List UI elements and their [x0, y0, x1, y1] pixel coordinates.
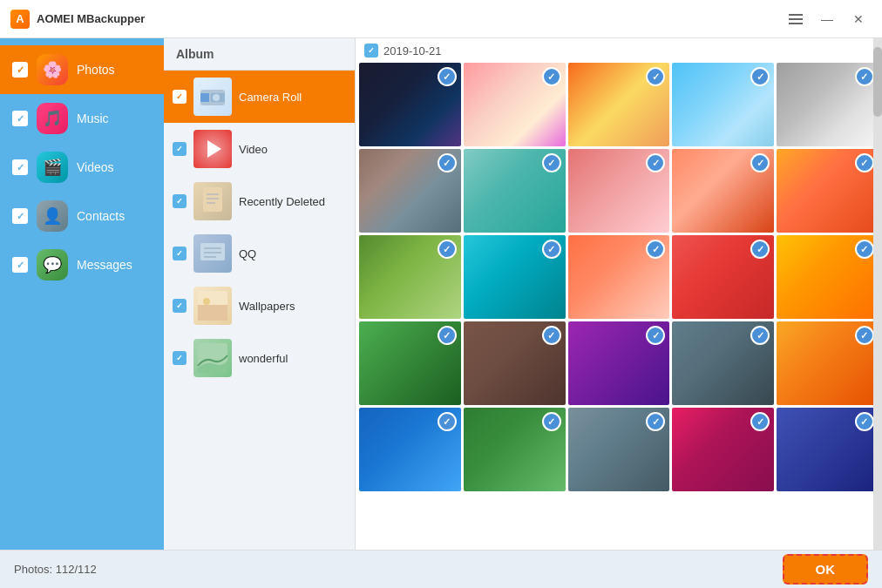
- photo-row: [359, 408, 879, 491]
- photo-check-badge: [646, 412, 665, 431]
- photo-cell[interactable]: [568, 408, 670, 491]
- photo-check-badge: [750, 412, 770, 431]
- recently-deleted-checkbox[interactable]: [173, 194, 187, 208]
- photo-check-badge: [855, 240, 874, 259]
- photo-cell[interactable]: [777, 63, 879, 146]
- photo-cell[interactable]: [359, 321, 461, 405]
- photo-check-badge: [646, 153, 665, 172]
- photo-check-badge: [542, 240, 561, 259]
- wallpapers-checkbox[interactable]: [173, 299, 187, 313]
- photo-cell[interactable]: [464, 149, 566, 233]
- qq-checkbox[interactable]: [173, 247, 187, 260]
- sidebar-item-photos[interactable]: 🌸 Photos: [0, 45, 164, 94]
- photo-row: [359, 321, 879, 405]
- sidebar-item-videos[interactable]: 🎬 Videos: [0, 143, 164, 192]
- minimize-button[interactable]: —: [814, 6, 840, 32]
- date-header: 2019-10-21: [356, 38, 882, 63]
- photo-row: [359, 235, 879, 319]
- photo-cell[interactable]: [672, 321, 774, 405]
- sidebar-item-messages[interactable]: 💬 Messages: [0, 240, 164, 289]
- app-title: AOMEI MBackupper: [37, 12, 145, 25]
- photo-check-badge: [542, 153, 561, 172]
- ok-button[interactable]: OK: [783, 554, 869, 585]
- photo-cell[interactable]: [672, 408, 774, 491]
- sidebar: 🌸 Photos 🎵 Music 🎬 Videos 👤 Conta: [0, 38, 164, 550]
- status-text: Photos: 112/112: [14, 563, 97, 576]
- photo-check-badge: [855, 153, 874, 172]
- videos-checkbox[interactable]: [12, 159, 28, 175]
- album-list: Camera Roll Video: [164, 71, 355, 550]
- album-item-qq[interactable]: QQ: [164, 227, 355, 280]
- photo-cell[interactable]: [464, 63, 566, 146]
- album-name-video: Video: [239, 143, 268, 156]
- music-checkbox[interactable]: [12, 111, 28, 126]
- photo-cell[interactable]: [672, 63, 774, 146]
- scrollbar-track[interactable]: [873, 38, 882, 550]
- album-panel: Album Camera Roll: [164, 38, 356, 550]
- contacts-checkbox[interactable]: [12, 208, 28, 224]
- contacts-icon: 👤: [43, 206, 62, 226]
- bottom-bar: Photos: 112/112 OK: [0, 550, 882, 588]
- photo-check-badge: [855, 412, 874, 431]
- title-bar: A AOMEI MBackupper — ✕: [0, 0, 882, 38]
- close-button[interactable]: ✕: [845, 6, 872, 32]
- photo-check-badge: [542, 326, 561, 345]
- photo-cell[interactable]: [359, 149, 461, 233]
- date-label: 2019-10-21: [383, 44, 442, 57]
- photo-check-badge: [438, 326, 457, 345]
- sidebar-item-music[interactable]: 🎵 Music: [0, 94, 164, 143]
- photo-cell[interactable]: [359, 235, 461, 319]
- music-icon: 🎵: [43, 109, 62, 128]
- wallpapers-thumb: [193, 287, 232, 325]
- photo-cell[interactable]: [359, 63, 461, 146]
- svg-rect-8: [203, 187, 222, 212]
- video-checkbox[interactable]: [173, 142, 187, 156]
- photo-cell[interactable]: [777, 408, 879, 491]
- photo-cell[interactable]: [359, 408, 461, 491]
- photo-check-badge: [438, 240, 457, 259]
- qq-thumb: [193, 234, 232, 273]
- album-item-wallpapers[interactable]: Wallpapers: [164, 280, 355, 332]
- album-item-video[interactable]: Video: [164, 123, 355, 175]
- album-item-camera-roll[interactable]: Camera Roll: [164, 71, 355, 123]
- sidebar-item-contacts[interactable]: 👤 Contacts: [0, 192, 164, 240]
- photo-check-badge: [750, 153, 770, 172]
- photo-check-badge: [855, 326, 874, 345]
- photo-check-badge: [750, 67, 770, 86]
- photo-cell[interactable]: [777, 321, 879, 405]
- photo-cell[interactable]: [672, 149, 774, 233]
- photo-cell[interactable]: [568, 149, 670, 233]
- scrollbar-thumb[interactable]: [873, 47, 882, 117]
- album-item-recently-deleted[interactable]: Recently Deleted: [164, 175, 355, 227]
- menu-button[interactable]: [783, 6, 809, 32]
- camera-roll-checkbox[interactable]: [173, 90, 187, 104]
- wonderful-checkbox[interactable]: [173, 351, 187, 365]
- photo-row: [359, 149, 879, 233]
- photos-checkbox[interactable]: [12, 62, 28, 78]
- messages-checkbox[interactable]: [12, 257, 28, 273]
- photo-cell[interactable]: [568, 235, 670, 319]
- svg-rect-3: [799, 14, 803, 16]
- svg-rect-2: [789, 23, 803, 24]
- photo-check-badge: [750, 326, 770, 345]
- svg-point-18: [203, 298, 210, 305]
- photo-check-badge: [542, 67, 561, 86]
- photo-check-badge: [646, 240, 665, 259]
- sidebar-label-videos: Videos: [77, 160, 114, 174]
- photo-cell[interactable]: [464, 321, 566, 405]
- photo-cell[interactable]: [464, 408, 566, 491]
- album-item-wonderful[interactable]: wonderful: [164, 332, 355, 384]
- photo-cell[interactable]: [672, 235, 774, 319]
- date-checkbox[interactable]: [364, 44, 378, 57]
- photo-cell[interactable]: [777, 235, 879, 319]
- sidebar-label-photos: Photos: [77, 63, 115, 77]
- photo-cell[interactable]: [777, 149, 879, 233]
- photo-cell[interactable]: [568, 321, 670, 405]
- svg-rect-12: [200, 243, 225, 260]
- album-name-qq: QQ: [239, 247, 256, 260]
- photo-cell[interactable]: [568, 63, 670, 146]
- album-name-wonderful: wonderful: [239, 352, 288, 365]
- photos-icon: 🌸: [43, 60, 62, 79]
- photo-check-badge: [438, 67, 457, 86]
- photo-cell[interactable]: [464, 235, 566, 319]
